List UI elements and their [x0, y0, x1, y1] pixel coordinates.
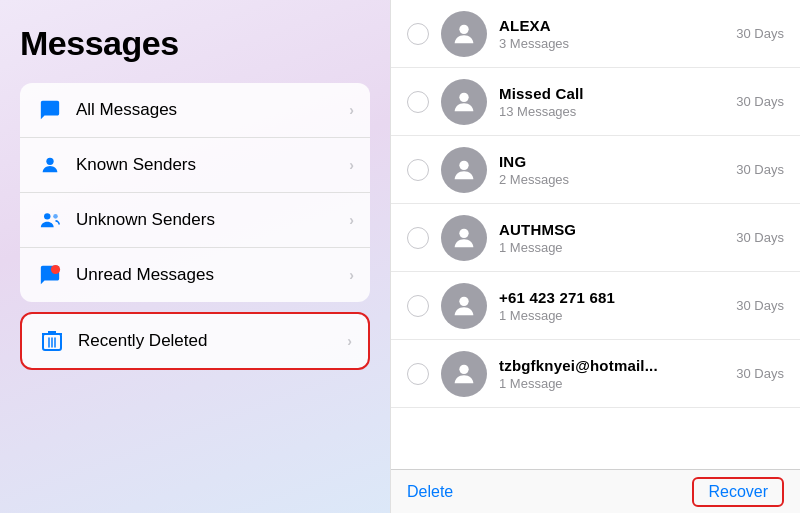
avatar	[441, 79, 487, 125]
chevron-icon: ›	[347, 333, 352, 349]
app-title: Messages	[20, 24, 370, 63]
chevron-icon: ›	[349, 212, 354, 228]
sidebar-item-known-senders[interactable]: Known Senders ›	[20, 138, 370, 193]
contact-days: 30 Days	[736, 366, 784, 381]
known-senders-label: Known Senders	[76, 155, 349, 175]
contact-select-radio[interactable]	[407, 295, 429, 317]
contact-name: Missed Call	[499, 85, 728, 102]
contact-info: AUTHMSG 1 Message	[499, 221, 728, 255]
bubble-icon	[36, 96, 64, 124]
contact-row[interactable]: AUTHMSG 1 Message 30 Days	[391, 204, 800, 272]
contact-info: Missed Call 13 Messages	[499, 85, 728, 119]
avatar	[441, 283, 487, 329]
contact-row[interactable]: Missed Call 13 Messages 30 Days	[391, 68, 800, 136]
main-menu-card: All Messages › Known Senders ›	[20, 83, 370, 302]
unread-messages-icon	[36, 261, 64, 289]
contact-info: +61 423 271 681 1 Message	[499, 289, 728, 323]
svg-point-0	[46, 158, 53, 165]
contact-name: ING	[499, 153, 728, 170]
sidebar-item-unknown-senders[interactable]: Unknown Senders ›	[20, 193, 370, 248]
contact-subtitle: 1 Message	[499, 308, 728, 323]
unknown-senders-icon	[36, 206, 64, 234]
contact-select-radio[interactable]	[407, 363, 429, 385]
svg-point-13	[459, 296, 468, 305]
contacts-list: ALEXA 3 Messages 30 Days Missed Call 13 …	[391, 0, 800, 469]
contact-name: tzbgfknyei@hotmail...	[499, 357, 728, 374]
avatar	[441, 11, 487, 57]
chevron-icon: ›	[349, 267, 354, 283]
contact-select-radio[interactable]	[407, 23, 429, 45]
svg-point-9	[459, 24, 468, 33]
svg-point-12	[459, 228, 468, 237]
contact-row[interactable]: tzbgfknyei@hotmail... 1 Message 30 Days	[391, 340, 800, 408]
contact-name: ALEXA	[499, 17, 728, 34]
sidebar-item-unread-messages[interactable]: Unread Messages ›	[20, 248, 370, 302]
svg-point-14	[459, 364, 468, 373]
recently-deleted-card: Recently Deleted ›	[20, 312, 370, 370]
contact-days: 30 Days	[736, 230, 784, 245]
right-panel: ALEXA 3 Messages 30 Days Missed Call 13 …	[390, 0, 800, 513]
contact-select-radio[interactable]	[407, 227, 429, 249]
contact-days: 30 Days	[736, 162, 784, 177]
svg-point-2	[53, 214, 58, 219]
recently-deleted-label: Recently Deleted	[78, 331, 347, 351]
svg-point-10	[459, 92, 468, 101]
avatar	[441, 215, 487, 261]
contact-row[interactable]: ING 2 Messages 30 Days	[391, 136, 800, 204]
contact-days: 30 Days	[736, 26, 784, 41]
contact-info: tzbgfknyei@hotmail... 1 Message	[499, 357, 728, 391]
contact-subtitle: 1 Message	[499, 240, 728, 255]
avatar	[441, 147, 487, 193]
sidebar-item-recently-deleted[interactable]: Recently Deleted ›	[22, 314, 368, 368]
contact-days: 30 Days	[736, 94, 784, 109]
left-panel: Messages All Messages › Known Senders ›	[0, 0, 390, 513]
sidebar-item-all-messages[interactable]: All Messages ›	[20, 83, 370, 138]
contact-subtitle: 2 Messages	[499, 172, 728, 187]
all-messages-label: All Messages	[76, 100, 349, 120]
unread-messages-label: Unread Messages	[76, 265, 349, 285]
contact-info: ALEXA 3 Messages	[499, 17, 728, 51]
svg-point-11	[459, 160, 468, 169]
contact-select-radio[interactable]	[407, 91, 429, 113]
contact-days: 30 Days	[736, 298, 784, 313]
delete-button[interactable]: Delete	[407, 483, 453, 501]
contact-name: AUTHMSG	[499, 221, 728, 238]
contact-select-radio[interactable]	[407, 159, 429, 181]
contact-row[interactable]: ALEXA 3 Messages 30 Days	[391, 0, 800, 68]
contact-info: ING 2 Messages	[499, 153, 728, 187]
contact-subtitle: 3 Messages	[499, 36, 728, 51]
contact-row[interactable]: +61 423 271 681 1 Message 30 Days	[391, 272, 800, 340]
avatar	[441, 351, 487, 397]
recover-button[interactable]: Recover	[692, 477, 784, 507]
contact-name: +61 423 271 681	[499, 289, 728, 306]
contact-subtitle: 13 Messages	[499, 104, 728, 119]
svg-point-1	[44, 213, 50, 219]
svg-point-3	[51, 265, 60, 274]
chevron-icon: ›	[349, 102, 354, 118]
known-senders-icon	[36, 151, 64, 179]
contact-subtitle: 1 Message	[499, 376, 728, 391]
unknown-senders-label: Unknown Senders	[76, 210, 349, 230]
chevron-icon: ›	[349, 157, 354, 173]
trash-icon	[38, 327, 66, 355]
bottom-bar: Delete Recover	[391, 469, 800, 513]
